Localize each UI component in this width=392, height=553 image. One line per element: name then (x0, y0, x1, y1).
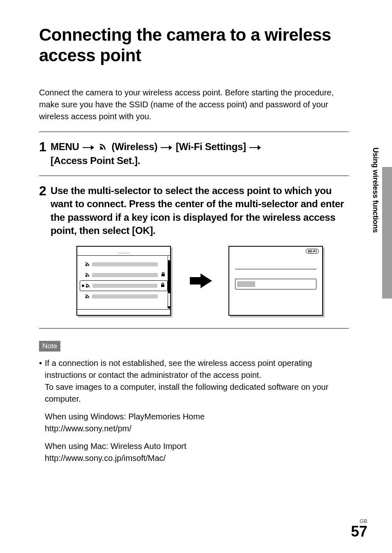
access-point-label: [Access Point Set.]. (51, 155, 140, 166)
menu-label: MENU (51, 141, 79, 152)
step-2-heading: Use the multi-selector to select the acc… (51, 184, 349, 238)
password-entry-screen: Wi-Fi (228, 246, 323, 316)
step-number: 1 (39, 140, 51, 153)
step-number: 2 (39, 184, 51, 197)
svg-marker-5 (258, 145, 261, 150)
access-point-list-screen (76, 246, 171, 316)
intro-paragraph: Connect the camera to your wireless acce… (39, 87, 349, 123)
scrollbar (168, 256, 170, 308)
ssid-placeholder (92, 273, 158, 277)
windows-url: http://www.sony.net/pm/ (45, 424, 131, 433)
wifi-signal-icon (85, 271, 90, 278)
note-save-text: To save images to a computer, install th… (45, 382, 328, 403)
page-footer: GB 57 (351, 518, 367, 539)
lock-icon (161, 272, 166, 278)
wireless-icon (98, 141, 107, 154)
arrow-right-icon (83, 141, 94, 154)
wifi-badge-icon: Wi-Fi (306, 249, 319, 254)
chevron-down-icon (167, 306, 171, 309)
svg-marker-1 (91, 145, 94, 150)
step-1: 1 MENU (Wireless) [Wi-Fi Settings] (39, 132, 349, 176)
bullet-icon: • (39, 357, 45, 405)
note-bullet-text: If a connection is not established, see … (45, 359, 312, 379)
wifi-list (77, 256, 170, 302)
wifi-row (80, 280, 168, 291)
mac-line1: When using Mac: Wireless Auto Import (45, 442, 187, 451)
windows-line1: When using Windows: PlayMemories Home (45, 412, 205, 421)
lock-icon (161, 282, 166, 289)
step-2: 2 Use the multi-selector to select the a… (39, 176, 349, 328)
ssid-placeholder (92, 262, 158, 266)
divider-line (235, 269, 316, 269)
screen-top-bar (77, 247, 170, 256)
divider (39, 328, 349, 329)
wireless-label: (Wireless) (112, 141, 158, 152)
mac-url: http://www.sony.co.jp/imsoft/Mac/ (45, 454, 166, 463)
side-tab-bar (382, 167, 392, 298)
arrow-right-icon (201, 273, 212, 288)
svg-marker-3 (169, 145, 172, 150)
note-item: • If a connection is not established, se… (39, 357, 349, 405)
page-number: 57 (351, 524, 367, 539)
wifi-row (81, 259, 166, 270)
note-label: Note (39, 341, 60, 352)
arrow-right-icon (249, 141, 261, 154)
side-tab-label: Using wireless functions (371, 148, 380, 233)
page-title: Connecting the camera to a wireless acce… (39, 25, 349, 66)
scrollbar-thumb (168, 260, 170, 293)
wifi-signal-icon (85, 293, 90, 300)
wifi-row (81, 291, 166, 302)
screen-bottom-bar (77, 309, 170, 315)
step-1-heading: MENU (Wireless) [Wi-Fi Settings] (51, 140, 349, 167)
ssid-placeholder (92, 294, 158, 298)
windows-note: When using Windows: PlayMemories Home ht… (45, 411, 349, 435)
top-indicator (118, 248, 130, 253)
selected-dot-icon (82, 285, 84, 287)
text-placeholder (237, 281, 255, 287)
wifi-row (81, 270, 166, 280)
arrow-right-icon (161, 141, 172, 154)
ssid-placeholder (92, 284, 157, 288)
wifi-signal-icon (85, 261, 90, 268)
mac-note: When using Mac: Wireless Auto Import htt… (45, 440, 349, 464)
screens-row: Wi-Fi (51, 246, 349, 316)
password-input (235, 279, 316, 289)
wifi-signal-icon (85, 282, 91, 289)
side-tab: Using wireless functions (374, 167, 392, 298)
wifi-settings-label: [Wi-Fi Settings] (176, 141, 246, 152)
